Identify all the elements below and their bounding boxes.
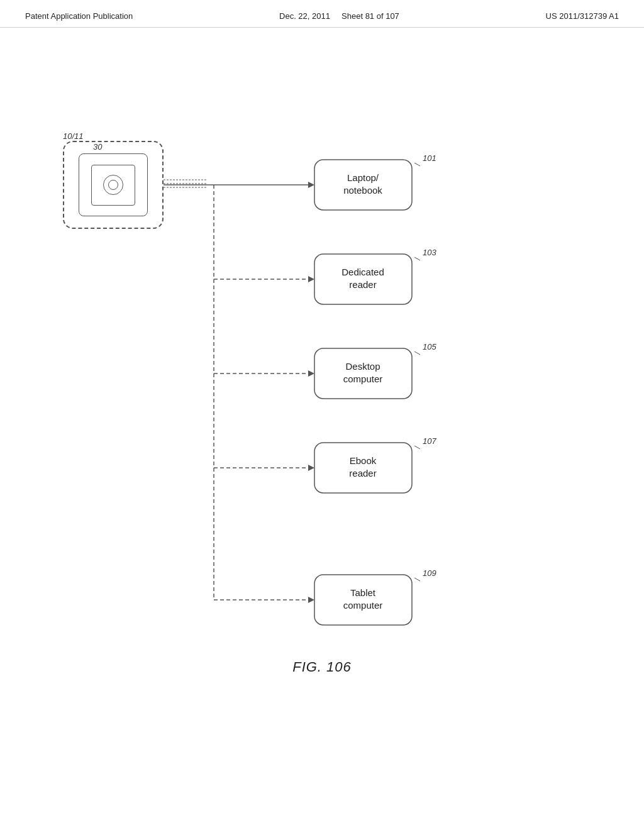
svg-text:103: 103 [423,248,436,257]
svg-line-28 [414,351,420,355]
svg-marker-10 [308,597,314,603]
svg-text:101: 101 [423,153,436,163]
svg-text:notebook: notebook [343,185,382,196]
header-middle: Dec. 22, 2011 Sheet 81 of 107 [279,11,399,21]
svg-line-38 [414,578,420,581]
header-date: Dec. 22, 2011 [279,11,330,21]
svg-text:computer: computer [343,600,383,611]
svg-marker-1 [308,182,314,188]
svg-text:Ebook: Ebook [350,455,377,466]
svg-text:Tablet: Tablet [350,587,376,598]
figure-label: FIG. 106 [292,659,352,675]
diagram-area: 10/11 30 [0,40,644,732]
svg-text:computer: computer [343,374,383,384]
svg-marker-8 [308,465,314,471]
svg-text:105: 105 [423,342,436,351]
svg-marker-4 [308,276,314,282]
svg-line-23 [414,257,420,260]
header-left: Patent Application Publication [25,11,133,21]
svg-line-33 [414,446,420,449]
header-right: US 2011/312739 A1 [546,11,619,21]
svg-text:Dedicated: Dedicated [341,267,384,277]
svg-text:107: 107 [423,436,436,446]
svg-marker-6 [308,370,314,377]
svg-text:reader: reader [349,468,376,479]
header-sheet: Sheet 81 of 107 [341,11,399,21]
diagram-svg: Laptop/ notebook 101 Dedicated reader 10… [0,40,644,732]
svg-line-18 [414,163,420,166]
svg-text:Desktop: Desktop [345,361,380,372]
svg-text:Laptop/: Laptop/ [347,172,379,183]
svg-text:109: 109 [423,568,436,578]
page-header: Patent Application Publication Dec. 22, … [0,0,644,28]
svg-text:reader: reader [349,279,376,290]
